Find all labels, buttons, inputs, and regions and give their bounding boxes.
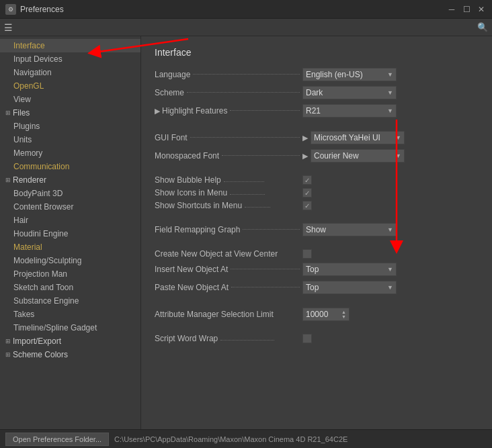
sidebar-item-input-devices[interactable]: Input Devices [0,52,140,66]
toolbar-left: ☰ [4,22,13,33]
attribute-manager-row: Attribute Manager Selection Limit 10000 … [155,307,479,322]
scheme-control: Dark ▼ [302,86,479,99]
main-layout: Interface Input Devices Navigation OpenG… [0,36,492,429]
field-remapping-control: Show ▼ [302,223,479,236]
paste-new-object-dropdown[interactable]: Top ▼ [302,281,397,294]
highlight-control: R21 ▼ [302,104,479,118]
attribute-manager-input[interactable]: 10000 ▲▼ [302,308,350,321]
insert-new-object-row: Insert New Object At Top ▼ [155,262,479,277]
divider-4 [155,244,479,249]
language-label: Language [155,70,302,79]
insert-new-object-control: Top ▼ [302,263,479,276]
expand-icon-scheme-colors: ⊞ [5,351,11,358]
maximize-button[interactable]: ☐ [461,4,472,15]
highlight-row: ▶ Highlight Features R21 ▼ [155,103,479,118]
title-bar: ⚙ Preferences ─ ☐ ✕ [0,0,492,19]
sidebar-item-substance-engine[interactable]: Substance Engine [0,294,140,308]
mono-font-row: Monospaced Font ▶ Courier New ▼ [155,148,479,163]
sidebar-item-projection-man[interactable]: Projection Man [0,267,140,281]
sidebar-item-sketch-toon[interactable]: Sketch and Toon [0,281,140,294]
dropdown-arrow-insert: ▼ [387,266,393,273]
dropdown-arrow-highlight: ▼ [387,107,393,114]
paste-new-object-label: Paste New Object At [155,283,302,292]
gui-font-label: GUI Font [155,133,302,142]
dropdown-arrow-remapping: ▼ [387,226,393,233]
status-bar: Open Preferences Folder... C:\Users\PC\A… [0,429,492,448]
sidebar-item-material[interactable]: Material [0,240,140,254]
attribute-manager-label: Attribute Manager Selection Limit [155,310,302,319]
content-area: Interface Language English (en-US) ▼ Sch… [141,36,492,429]
language-dropdown[interactable]: English (en-US) ▼ [302,68,397,81]
scheme-dropdown[interactable]: Dark ▼ [302,86,397,99]
sidebar-item-modeling-sculpting[interactable]: Modeling/Sculpting [0,254,140,267]
open-preferences-button[interactable]: Open Preferences Folder... [5,433,109,446]
menu-icon[interactable]: ☰ [4,22,13,33]
gui-font-dropdown[interactable]: Microsoft YaHei UI ▼ [311,131,405,144]
toolbar: ☰ 🔍 [0,19,492,36]
sidebar-item-import-export[interactable]: ⊞ Import/Export [0,334,140,348]
insert-new-object-dropdown[interactable]: Top ▼ [302,263,397,276]
window-controls[interactable]: ─ ☐ ✕ [446,4,487,15]
sidebar-item-opengl[interactable]: OpenGL [0,79,140,93]
expand-icon-import-export: ⊞ [5,338,11,345]
minimize-button[interactable]: ─ [446,4,457,15]
form-section-checkboxes: Show Bubble Help Show Icons in Menu Show… [155,175,479,210]
sidebar-item-navigation[interactable]: Navigation [0,66,140,79]
close-button[interactable]: ✕ [476,4,487,15]
divider-3 [155,217,479,222]
highlight-dropdown[interactable]: R21 ▼ [302,104,397,118]
mono-font-label: Monospaced Font [155,151,302,161]
form-section-language: Language English (en-US) ▼ Scheme [155,67,479,118]
create-new-object-label: Create New Object at View Center [155,249,302,259]
insert-new-object-label: Insert New Object At [155,265,302,274]
bubble-help-label: Show Bubble Help [155,175,302,185]
sidebar-item-bodypaint[interactable]: BodyPaint 3D [0,187,140,200]
sidebar-item-timeline-spline[interactable]: Timeline/Spline Gadget [0,321,140,334]
scheme-row: Scheme Dark ▼ [155,85,479,100]
sidebar-item-takes[interactable]: Takes [0,308,140,321]
dropdown-arrow: ▼ [387,71,393,78]
mono-font-control: ▶ Courier New ▼ [302,149,479,163]
sidebar-item-interface[interactable]: Interface [0,39,140,52]
paste-new-object-row: Paste New Object At Top ▼ [155,280,479,295]
app-icon: ⚙ [5,4,16,15]
sidebar-item-files[interactable]: ⊞ Files [0,106,140,120]
shortcuts-menu-checkbox[interactable] [302,201,312,210]
form-section-attribute: Attribute Manager Selection Limit 10000 … [155,307,479,322]
sidebar-item-houdini-engine[interactable]: Houdini Engine [0,227,140,240]
language-control: English (en-US) ▼ [302,68,479,81]
divider-5 [155,302,479,307]
create-new-object-checkbox[interactable] [302,249,312,259]
shortcuts-menu-label: Show Shortcuts in Menu [155,201,302,210]
sidebar-item-hair[interactable]: Hair [0,214,140,227]
sidebar-item-renderer[interactable]: ⊞ Renderer [0,173,140,187]
sidebar-item-communication[interactable]: Communication [0,160,140,173]
script-word-wrap-checkbox[interactable] [302,334,312,343]
expand-icon-files: ⊞ [5,109,11,116]
form-section-object-placement: Create New Object at View Center Insert … [155,249,479,295]
section-title: Interface [155,47,479,58]
form-section-script: Script Word Wrap [155,334,479,343]
attribute-manager-control: 10000 ▲▼ [302,308,479,321]
sidebar-item-content-browser[interactable]: Content Browser [0,200,140,214]
dropdown-arrow-scheme: ▼ [387,89,393,96]
sidebar-item-scheme-colors[interactable]: ⊞ Scheme Colors [0,348,140,361]
field-remapping-dropdown[interactable]: Show ▼ [302,223,397,236]
highlight-label: ▶ Highlight Features [155,106,302,116]
sidebar: Interface Input Devices Navigation OpenG… [0,36,141,429]
divider-1 [155,125,479,130]
scheme-label: Scheme [155,88,302,97]
bubble-help-checkbox[interactable] [302,175,312,185]
gui-font-control: ▶ Microsoft YaHei UI ▼ [302,131,479,144]
search-icon[interactable]: 🔍 [477,22,488,32]
gui-font-row: GUI Font ▶ Microsoft YaHei UI ▼ [155,130,479,145]
sidebar-item-units[interactable]: Units [0,133,140,146]
mono-font-dropdown[interactable]: Courier New ▼ [311,149,405,163]
icons-menu-label: Show Icons in Menu [155,188,302,197]
script-word-wrap-row: Script Word Wrap [155,334,479,343]
icons-menu-checkbox[interactable] [302,188,312,197]
divider-6 [155,328,479,334]
sidebar-item-memory[interactable]: Memory [0,146,140,160]
sidebar-item-view[interactable]: View [0,93,140,106]
sidebar-item-plugins[interactable]: Plugins [0,120,140,133]
